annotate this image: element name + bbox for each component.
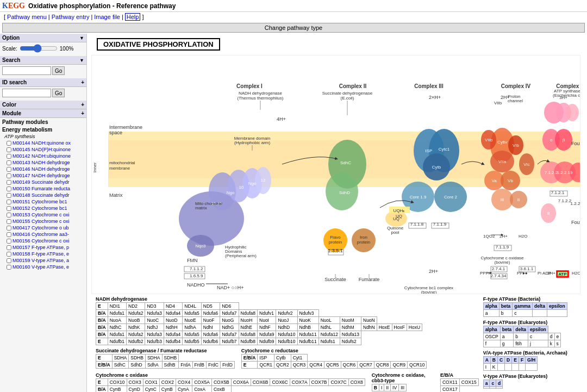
module-checkbox-M00150[interactable] (7, 186, 11, 191)
module-item-M00150[interactable]: M00150 Fumarate reducta (0, 185, 86, 192)
module-item-M00158[interactable]: M00158 F-type ATPase, e (0, 251, 86, 257)
id-search-input[interactable] (2, 89, 51, 97)
module-section-header[interactable]: Module + (0, 109, 86, 118)
module-checkbox-M00149[interactable] (7, 180, 11, 185)
svg-text:Core 1.9: Core 1.9 (410, 195, 427, 200)
svg-text:NADHO: NADHO (187, 282, 205, 288)
module-checkbox-M00143[interactable] (7, 160, 11, 165)
table-row: COX17 (440, 386, 478, 393)
module-item-M00144[interactable]: M00144 NADH:quinone ox (0, 140, 86, 146)
module-checkbox-M00148[interactable] (7, 193, 11, 198)
module-item-M00149[interactable]: M00149 Succinate dehydr (0, 179, 86, 185)
module-item-M00151[interactable]: M00151 Cytochrome bc1 (0, 198, 86, 205)
id-search-go-button[interactable]: Go (52, 89, 65, 97)
module-item-M00143[interactable]: M00143 NADH dehydroge (0, 159, 86, 166)
table-row (483, 387, 503, 389)
module-item-M00155[interactable]: M00155 Cytochrome c oxi (0, 218, 86, 225)
module-checkbox-M00152[interactable] (7, 206, 11, 211)
module-checkbox-M00417[interactable] (7, 226, 11, 231)
svg-text:NADH dehydrogenase: NADH dehydrogenase (239, 91, 283, 96)
module-checkbox-M00158[interactable] (7, 252, 11, 257)
module-item-M00142[interactable]: M00142 NADH:ubiquinone (0, 153, 86, 159)
svg-text:2×H+: 2×H+ (429, 95, 441, 100)
svg-text:2H+: 2H+ (501, 95, 510, 100)
module-item-M00416[interactable]: M00416 Cytochrome aa3- (0, 231, 86, 238)
module-item-M00147[interactable]: M00147 NADH dehydroge (0, 172, 86, 179)
option-section-header[interactable]: Option ▼ (0, 34, 86, 42)
svg-text:VIIb: VIIb (485, 138, 493, 142)
svg-text:Va: Va (491, 178, 497, 183)
module-item-M00146[interactable]: M00146 NADH dehydroge (0, 166, 86, 172)
sidebar: Option ▼ Scale: 100% Search ▼ Go ID sear… (0, 34, 87, 392)
scale-label: Scale: (2, 46, 17, 52)
svg-text:1QO2: 1QO2 (483, 234, 495, 239)
module-checkbox-M00159[interactable] (7, 258, 11, 263)
nav-help[interactable]: Help (125, 13, 141, 21)
nav-pathway-entry[interactable]: Pathway entry (52, 14, 90, 20)
f-bacteria-atpase-table: alphabetagammadeltaepsilon abc (483, 302, 567, 317)
nav-image-file[interactable]: Image file (94, 14, 120, 20)
module-checkbox-M00155[interactable] (7, 219, 11, 224)
table-row: alphabetagammadeltaepsilon (483, 303, 567, 310)
svg-text:2.7.4.34: 2.7.4.34 (491, 273, 507, 278)
nadh-table-title: NADH dehydrogenase (96, 296, 479, 302)
module-checkbox-M00157[interactable] (7, 245, 11, 250)
svg-text:Inner: Inner (92, 163, 97, 173)
module-item-M00145[interactable]: M00145 NAD(P)H:quinone (0, 146, 86, 153)
table-row: E NDI1ND2ND3ND4ND4LND5ND6 (96, 303, 422, 310)
module-checkbox-M00144[interactable] (7, 141, 11, 146)
svg-text:III: III (501, 197, 504, 202)
svg-text:matrix: matrix (195, 206, 207, 210)
content-area: OXIDATIVE PHOSPHORYLATION Intermembrane … (87, 34, 587, 392)
table-row: IK (483, 364, 538, 371)
module-item-M00159[interactable]: M00159 V-type ATPase, a (0, 257, 86, 264)
module-checkbox-M00151[interactable] (7, 200, 11, 204)
svg-text:II: II (517, 197, 520, 202)
search-input[interactable] (2, 66, 51, 75)
module-item-M00148[interactable]: M00148 Succinate dehydr (0, 192, 86, 198)
svg-text:Flavo: Flavo (330, 235, 341, 240)
module-checkbox-M00153[interactable] (7, 213, 11, 217)
svg-text:Cytiv: Cytiv (497, 140, 507, 145)
svg-text:Cytb: Cytb (432, 165, 441, 170)
change-pathway-button[interactable]: Change pathway type (2, 23, 585, 33)
va-archaea-atpase-container: V/A-type ATPase (Bacteria, Archaea) ABCD… (483, 350, 578, 371)
svg-text:PPPi: PPPi (480, 271, 490, 276)
svg-text:UQ: UQ (396, 214, 402, 219)
module-checkbox-M00145[interactable] (7, 147, 11, 152)
color-section-header[interactable]: Color + (0, 101, 86, 109)
module-checkbox-M00146[interactable] (7, 167, 11, 172)
module-checkbox-M00142[interactable] (7, 154, 11, 159)
svg-text:1.3.5.1: 1.3.5.1 (328, 248, 343, 253)
svg-text:Complex I: Complex I (236, 83, 263, 89)
svg-text:VIb: VIb (513, 143, 520, 148)
module-item-M00156[interactable]: M00156 Cytochrome c oxi (0, 238, 86, 244)
svg-text:8: 8 (547, 211, 550, 216)
svg-text:7.1.2.1: 7.1.2.1 (551, 190, 565, 195)
table-row: B/A NuoANuoBNuoCNuoDNuoENuoFNuoGNuoHNuoI… (96, 317, 422, 324)
module-plus-icon: + (81, 110, 84, 116)
svg-text:ISP: ISP (426, 148, 433, 153)
nav-pathway-menu[interactable]: Pathway menu (7, 14, 47, 20)
search-section-header[interactable]: Search ▼ (0, 56, 86, 65)
module-checkbox-M00156[interactable] (7, 239, 11, 244)
id-search-section-header[interactable]: ID search + (0, 78, 86, 87)
svg-text:(Peripheral arm): (Peripheral arm) (225, 253, 257, 258)
atp-synthesis-subcategory[interactable]: ATP synthesis (0, 133, 86, 140)
module-item-M00160[interactable]: M00160 V-type ATPase, e (0, 264, 86, 270)
search-go-button[interactable]: Go (52, 66, 65, 75)
module-checkbox-M00147[interactable] (7, 173, 11, 178)
svg-text:Matrix: Matrix (109, 192, 123, 198)
energy-metabolism-category[interactable]: Energy metabolism (0, 126, 86, 133)
module-checkbox-M00416[interactable] (7, 232, 11, 237)
svg-text:PPi: PPi (517, 271, 524, 276)
v-eukaryotes-atpase-title: V-type ATPase (Eukaryotes) (483, 374, 578, 379)
module-item-M00157[interactable]: M00157 F-type ATPase, p (0, 244, 86, 251)
scale-slider[interactable] (20, 44, 58, 53)
search-section-content: Go (0, 65, 86, 78)
module-item-M00152[interactable]: M00152 Cytochrome bc1 (0, 205, 86, 211)
svg-text:7.1.1.2: 7.1.1.2 (190, 266, 203, 271)
module-item-M00153[interactable]: M00153 Cytochrome c oxi (0, 211, 86, 218)
module-item-M00417[interactable]: M00417 Cytochrome o ub (0, 225, 86, 231)
module-checkbox-M00160[interactable] (7, 265, 11, 270)
